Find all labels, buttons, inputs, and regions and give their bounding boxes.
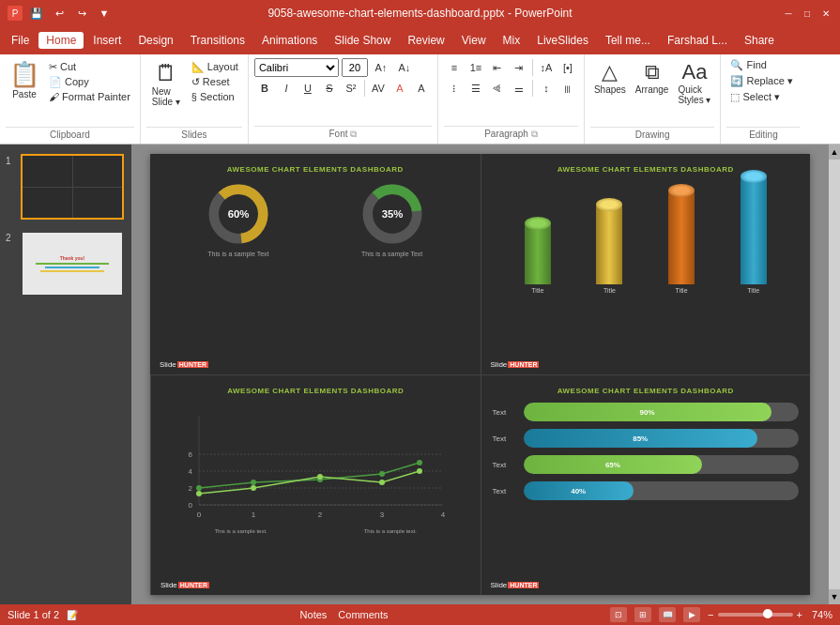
menu-tellme[interactable]: Tell me... bbox=[598, 32, 658, 49]
menu-transitions[interactable]: Transitions bbox=[183, 32, 252, 49]
line-spacing-button[interactable]: ↕ bbox=[536, 79, 557, 98]
arrange-button[interactable]: ⧉ Arrange bbox=[632, 58, 673, 97]
columns-button[interactable]: ⫼ bbox=[557, 79, 578, 98]
decrease-font-button[interactable]: A↑ bbox=[371, 58, 391, 77]
italic-button[interactable]: I bbox=[276, 79, 297, 98]
menu-file[interactable]: File bbox=[4, 32, 37, 49]
slide-thumbnail-1[interactable] bbox=[21, 154, 124, 220]
bullets-button[interactable]: ≡ bbox=[444, 58, 465, 77]
decrease-indent-button[interactable]: ⇤ bbox=[487, 58, 508, 77]
section-button[interactable]: § Section bbox=[188, 90, 242, 103]
menu-liveslides[interactable]: LiveSlides bbox=[529, 32, 596, 49]
paste-button[interactable]: 📋 Paste bbox=[6, 58, 43, 101]
menu-insert[interactable]: Insert bbox=[85, 32, 129, 49]
qa-undo[interactable]: ↩ bbox=[51, 5, 68, 22]
progress-fill-1: 90% bbox=[524, 403, 771, 421]
font-family-select[interactable]: Calibri bbox=[254, 58, 339, 77]
comments-button[interactable]: Comments bbox=[338, 609, 388, 620]
select-button[interactable]: ⬚ Select ▾ bbox=[726, 90, 800, 104]
cut-button[interactable]: ✂ Cut bbox=[45, 60, 134, 74]
menu-share[interactable]: Share bbox=[737, 32, 782, 49]
menu-home[interactable]: Home bbox=[38, 32, 84, 49]
replace-button[interactable]: 🔄 Replace ▾ bbox=[726, 74, 800, 88]
align-center-button[interactable]: ☰ bbox=[466, 79, 486, 98]
menu-design[interactable]: Design bbox=[130, 32, 180, 49]
convert-to-smartart-button[interactable]: [•] bbox=[557, 58, 578, 77]
progress-label-2: Text bbox=[493, 434, 516, 443]
menu-review[interactable]: Review bbox=[400, 32, 451, 49]
notes-icon: 📝 bbox=[67, 610, 78, 620]
main-area: 1 2 Thank you! bbox=[0, 145, 840, 604]
svg-text:6: 6 bbox=[189, 450, 193, 459]
svg-text:35%: 35% bbox=[381, 208, 403, 220]
view-normal-button[interactable]: ⊡ bbox=[610, 607, 627, 622]
numbering-button[interactable]: 1≡ bbox=[466, 58, 486, 77]
svg-text:0: 0 bbox=[189, 501, 193, 510]
donut-svg-1: 60% bbox=[206, 181, 271, 247]
maximize-button[interactable]: □ bbox=[801, 7, 814, 20]
font-color-button[interactable]: A bbox=[389, 79, 410, 98]
zoom-bar: − + 74% bbox=[708, 609, 832, 620]
new-slide-button[interactable]: 🗒 NewSlide ▾ bbox=[146, 58, 186, 109]
scrollbar-right[interactable]: ▲ ▼ bbox=[829, 145, 840, 604]
cylinder-label-1: Title bbox=[531, 287, 543, 294]
char-spacing-button[interactable]: AV bbox=[368, 79, 389, 98]
find-button[interactable]: 🔍 Find bbox=[726, 58, 800, 72]
chart-title-3: AWESOME CHART ELEMENTS DASHBOARD bbox=[162, 387, 469, 395]
layout-button[interactable]: 📐 Layout bbox=[188, 60, 242, 74]
bold-button[interactable]: B bbox=[254, 79, 275, 98]
slide-thumbnail-2[interactable]: Thank you! bbox=[21, 231, 124, 297]
status-center: Notes Comments bbox=[300, 609, 389, 620]
zoom-in-button[interactable]: + bbox=[797, 609, 802, 620]
copy-button[interactable]: 📄 Copy bbox=[45, 75, 134, 89]
text-direction-button[interactable]: ↕A bbox=[536, 58, 557, 77]
slide-thumb-1[interactable]: 1 bbox=[4, 152, 128, 221]
scroll-down-button[interactable]: ▼ bbox=[829, 589, 840, 604]
zoom-level[interactable]: 74% bbox=[806, 609, 832, 620]
shadow-button[interactable]: S² bbox=[341, 79, 361, 98]
font-size-input[interactable] bbox=[342, 58, 368, 77]
cylinder-label-4: Title bbox=[747, 287, 759, 294]
minimize-button[interactable]: ─ bbox=[782, 7, 795, 20]
menu-view[interactable]: View bbox=[454, 32, 494, 49]
close-button[interactable]: ✕ bbox=[819, 7, 832, 20]
justify-button[interactable]: ⚌ bbox=[509, 79, 529, 98]
menu-slideshow[interactable]: Slide Show bbox=[327, 32, 398, 49]
zoom-slider[interactable] bbox=[718, 613, 793, 617]
zoom-out-button[interactable]: − bbox=[708, 609, 713, 620]
view-slide-sorter-button[interactable]: ⊞ bbox=[634, 607, 651, 622]
slide-brand-1: Slide HUNTER bbox=[160, 360, 208, 369]
qa-save[interactable]: 💾 bbox=[28, 5, 45, 22]
reset-button[interactable]: ↺ Reset bbox=[188, 75, 242, 89]
format-painter-button[interactable]: 🖌 Format Painter bbox=[45, 90, 134, 103]
text-highlight-button[interactable]: A bbox=[411, 79, 432, 98]
svg-text:60%: 60% bbox=[228, 208, 250, 220]
cylinder-2: Title bbox=[596, 205, 622, 294]
zoom-thumb[interactable] bbox=[763, 609, 772, 618]
scroll-up-button[interactable]: ▲ bbox=[829, 145, 840, 160]
increase-indent-button[interactable]: ⇥ bbox=[509, 58, 529, 77]
underline-button[interactable]: U bbox=[298, 79, 318, 98]
qa-redo[interactable]: ↪ bbox=[73, 5, 90, 22]
strikethrough-button[interactable]: S bbox=[319, 79, 340, 98]
qa-dropdown[interactable]: ▼ bbox=[96, 5, 113, 22]
menu-account[interactable]: Farshad L... bbox=[660, 32, 735, 49]
cylinder-3: Title bbox=[668, 191, 695, 294]
align-right-button[interactable]: ⫷ bbox=[487, 79, 508, 98]
donut-area: 60% This is a sample Text 35% This is a … bbox=[161, 181, 469, 257]
notes-button[interactable]: Notes bbox=[300, 609, 328, 620]
menu-mix[interactable]: Mix bbox=[496, 32, 528, 49]
line-chart-container: 0 2 4 6 0 1 2 3 4 bbox=[162, 403, 469, 534]
slides-group-label: Slides bbox=[146, 127, 242, 140]
align-left-button[interactable]: ⫶ bbox=[444, 79, 465, 98]
svg-text:4: 4 bbox=[441, 511, 446, 519]
view-presenter-button[interactable]: ▶ bbox=[683, 607, 700, 622]
increase-font-button[interactable]: A↓ bbox=[394, 58, 415, 77]
quick-styles-button[interactable]: Aa QuickStyles ▾ bbox=[674, 58, 714, 107]
menu-animations[interactable]: Animations bbox=[254, 32, 325, 49]
slide-brand-3: Slide HUNTER bbox=[160, 581, 209, 589]
line-chart-x-labels: This is a sample text. This is a sample … bbox=[166, 528, 466, 534]
view-reading-button[interactable]: 📖 bbox=[659, 607, 676, 622]
slide-thumb-2[interactable]: 2 Thank you! bbox=[4, 229, 128, 298]
shapes-button[interactable]: △ Shapes bbox=[590, 58, 630, 97]
